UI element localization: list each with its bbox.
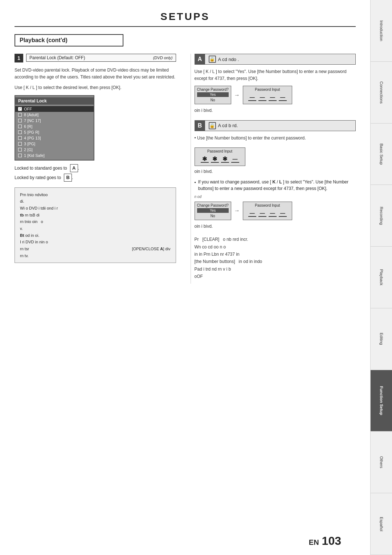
password-diagram-2: Password Input ✱ ✱ ✱ — [195,147,245,166]
no-item-1: No [197,98,229,102]
dash-1: — [248,94,256,101]
parental-lock-label: Parental Lock (Default: OFF) [29,55,85,60]
label-b-text: Locked by rated goes to [15,175,61,180]
footer-line-5: Pad i trd nd rn v i b [195,266,356,273]
info-line-3: Wi o DVD i tdii ond i r [20,205,171,212]
page-number-area: EN 103 [309,534,341,548]
section-a-content: 🔒 A cd ndo . [205,54,356,64]
footer-line-1: Pr [CLEAR] o nb nrd incr. [195,236,356,243]
checkbox-off: ✓ [18,107,22,111]
parental-2-item[interactable]: 2 [G] [15,147,94,153]
section-b-icon-label: A cd b rd. [218,123,238,128]
parental-1-item[interactable]: 1 [Kid Safe] [15,153,94,158]
checkbox-2 [18,148,22,151]
right-column: A 🔒 A cd ndo . Use [ K / L ] to select "… [191,54,356,284]
sidebar-tab-others[interactable]: Others [371,432,392,493]
change-password-icon: 🔒 [209,56,216,63]
sidebar-tab-espanol[interactable]: Español [371,493,392,555]
two-col-layout: 1 Parental Lock (Default: OFF) (DVD only… [15,54,356,284]
letter-a-label: A [195,54,205,64]
section-a-note: oin i bivd. [195,107,356,114]
section-b-note3: oin i bivd. [195,223,356,230]
parental-4-item[interactable]: 4 [PG 13] [15,135,94,141]
password-dashes-3: — — — — [245,209,290,218]
parental-7-item[interactable]: 7 [NC 17] [15,118,94,123]
numbered-item-1: 1 Parental Lock (Default: OFF) (DVD only… [15,54,176,62]
password-input-box-1: Password Input — — — — [243,86,292,104]
section-b-body: • Use [the Number buttons] to enter the … [195,135,356,142]
checkbox-8 [18,113,22,117]
parental-6-item[interactable]: 6 [R] [15,123,94,129]
info-line-10: rn tv. [20,252,171,259]
yes-no-box-1: Yes No [197,92,229,102]
diagram-arrow-3: → [234,207,240,214]
parental-5-item[interactable]: 5 [PG R] [15,129,94,135]
dash-2: — [258,94,266,101]
info-line-5: rn tnio oin o [20,218,171,225]
checkbox-5 [18,130,22,134]
info-line-7: Bt od in oi. [20,232,171,239]
dash-last: — [231,156,239,163]
section-a-row: A 🔒 A cd ndo . [195,54,356,65]
page-en: EN [309,538,319,547]
enter-password-icon: 🔒 [209,122,216,129]
sidebar-tab-function-setup[interactable]: Function Setup [371,370,392,432]
checkbox-6 [18,125,22,128]
body-text-1: Set DVD-video parental lock. Playback of… [15,67,176,81]
dash-3: — [269,94,277,101]
info-line-9: rn tsr [OPEN/CLOSE A] div [20,246,171,252]
star-2: ✱ [211,156,219,163]
section-a-body: Use [ K / L ] to select "Yes". Use [the … [195,68,356,82]
main-content: SETUPS Playback (cont'd) 1 Parental Lock… [0,0,370,555]
page-title: SETUPS [15,11,356,27]
item-label: Parental Lock (Default: OFF) (DVD only) [26,54,176,62]
sidebar-tab-editing[interactable]: Editing [371,308,392,370]
section-header: Playback (cont'd) [15,34,123,46]
parental-3-item[interactable]: 3 [PG] [15,141,94,147]
footer-line-4: [the Number buttons] in od in indo [195,258,356,265]
label-a-indicator: A [70,164,78,172]
left-column: 1 Parental Lock (Default: OFF) (DVD only… [15,54,180,284]
password-diagram-1: Change Password? Yes No → Password Input… [195,86,356,104]
dash-4: — [279,94,287,101]
checkbox-4 [18,136,22,140]
parental-lock-menu: Parental Lock ✓ OFF 8 [Adult] 7 [NC 17] … [15,95,94,161]
yes-item-3: Yes [197,208,229,213]
sidebar-tab-playback[interactable]: Playback [371,247,392,308]
dvd-only-label: (DVD only) [153,56,173,60]
parental-8-item[interactable]: 8 [Adult] [15,112,94,118]
parental-off-item[interactable]: ✓ OFF [15,106,94,112]
bullet-dot-2: • [195,179,196,192]
info-line-2: di. [20,198,171,205]
sidebar-tab-basic-setup[interactable]: Basic Setup [371,123,392,185]
sidebar-tab-connections[interactable]: Connections [371,62,392,123]
note-label: n od [195,195,356,199]
star-1: ✱ [201,156,209,163]
change-password-box-3: Change Password? Yes No [195,202,231,220]
label-b-indicator: B [64,174,72,182]
label-a-row: Locked to standard goes to A . [15,164,176,172]
section-b-note2: oin i bivd. [195,168,356,175]
sidebar-tab-introduction[interactable]: Introduction [371,0,392,62]
use-instruction: Use [ K / L ] to select the desired leve… [15,84,176,91]
password-stars: ✱ ✱ ✱ — [198,155,242,164]
footer-line-2: Wn co cd oo n o [195,243,356,251]
sidebar: Introduction Connections Basic Setup Rec… [370,0,392,555]
label-a-text: Locked to standard goes to [15,166,67,171]
sidebar-tab-recording[interactable]: Recording [371,185,392,247]
password-diagram-3: Change Password? Yes No → Password Input… [195,202,356,220]
footer-line-3: in in Prn Lbn nr 4737 in [195,251,356,258]
info-box: Prn tnio ndvitoo di. Wi o DVD i tdii ond… [15,187,176,263]
dash3-3: — [269,210,277,217]
checkbox-7 [18,119,22,122]
yes-item-1: Yes [197,92,229,97]
footer-notes: Pr [CLEAR] o nb nrd incr. Wn co cd oo n … [195,236,356,280]
letter-b-label: B [195,121,205,131]
footer-line-6: oOF [195,273,356,280]
yes-no-box-3: Yes No [197,208,229,218]
section-a-icon-label: A cd ndo . [218,57,239,62]
password-input-box-3: Password Input — — — — [243,202,292,220]
password-dashes-1: — — — — [245,93,290,102]
dash3-2: — [258,210,266,217]
info-line-4: tb rn tsB di [20,212,171,219]
